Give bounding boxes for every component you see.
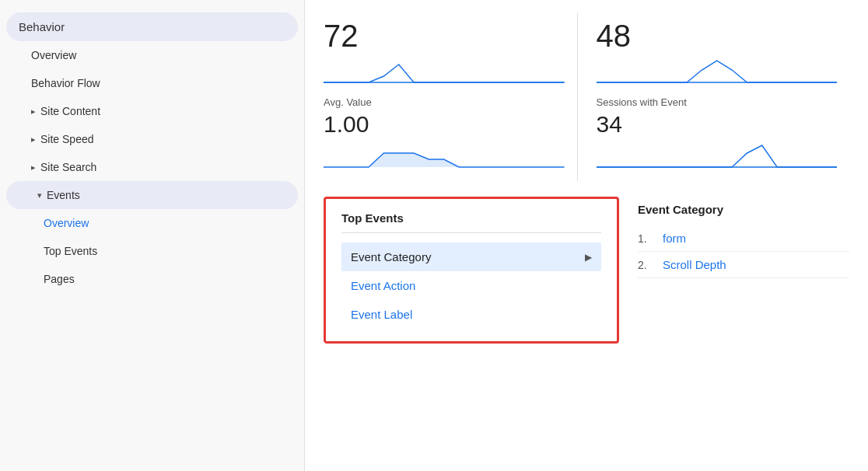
main-content: 72 Avg. Value 1.00 48 Sessions with Even… [305,0,868,471]
metric-card-left: 72 Avg. Value 1.00 [324,12,578,181]
sidebar-item-site-speed[interactable]: Site Speed [0,125,304,153]
top-events-label-label: Event Label [351,308,412,321]
sidebar-site-content-label: Site Content [40,105,100,117]
metric-sub-number-right: 34 [597,111,838,138]
svg-marker-1 [324,153,565,167]
metric-number-left: 72 [324,19,565,53]
sidebar-pages-label: Pages [44,273,75,285]
sidebar-behavior-label: Behavior [19,20,65,33]
sidebar: Behavior Overview Behavior Flow Site Con… [0,0,305,471]
sparkline-right-sub [597,138,838,175]
event-category-link-scroll-depth[interactable]: Scroll Depth [663,258,726,271]
event-category-panel: Event Category 1. form 2. Scroll Depth [638,197,849,344]
sidebar-item-site-content[interactable]: Site Content [0,97,304,125]
top-events-category-label: Event Category [351,250,431,263]
metric-sub-number-left: 1.00 [324,111,565,138]
metric-card-right: 48 Sessions with Event 34 [578,12,850,181]
event-category-item-1: 1. form [638,225,849,252]
metric-number-right: 48 [597,19,838,53]
event-category-item-2: 2. Scroll Depth [638,252,849,278]
metrics-row: 72 Avg. Value 1.00 48 Sessions with Even… [324,12,849,181]
bottom-row: Top Events Event Category ▶ Event Action… [324,197,849,344]
top-events-box: Top Events Event Category ▶ Event Action… [324,197,619,344]
sidebar-item-events-overview[interactable]: Overview [0,209,304,237]
sidebar-item-site-search[interactable]: Site Search [0,153,304,181]
event-category-link-form[interactable]: form [663,232,686,245]
metric-label-left: Avg. Value [324,96,565,108]
sparkline-left-sub [324,138,565,175]
sidebar-overview-label: Overview [31,49,76,61]
sparkline-right [597,53,838,90]
sidebar-site-search-label: Site Search [40,161,96,173]
sidebar-events-overview-label: Overview [44,217,89,229]
sidebar-item-events[interactable]: Events [6,181,298,209]
sidebar-top-events-label: Top Events [44,245,97,257]
event-category-num-1: 1. [638,232,653,245]
top-events-action-label: Event Action [351,279,415,292]
top-events-item-action[interactable]: Event Action [341,271,601,300]
sidebar-item-overview[interactable]: Overview [0,41,304,69]
sidebar-item-top-events[interactable]: Top Events [0,237,304,265]
sidebar-site-speed-label: Site Speed [40,133,94,145]
top-events-item-label[interactable]: Event Label [341,300,601,329]
chevron-right-icon: ▶ [585,252,592,263]
sidebar-behavior-flow-label: Behavior Flow [31,77,100,89]
sparkline-left [324,53,565,90]
top-events-title: Top Events [341,211,601,233]
top-events-item-category[interactable]: Event Category ▶ [341,242,601,271]
event-category-title: Event Category [638,203,849,216]
metric-label-right: Sessions with Event [597,96,838,108]
sidebar-events-label: Events [47,189,80,201]
sidebar-item-behavior-flow[interactable]: Behavior Flow [0,69,304,97]
event-category-num-2: 2. [638,259,653,271]
sidebar-item-behavior[interactable]: Behavior [6,12,298,41]
sidebar-item-pages[interactable]: Pages [0,265,304,293]
